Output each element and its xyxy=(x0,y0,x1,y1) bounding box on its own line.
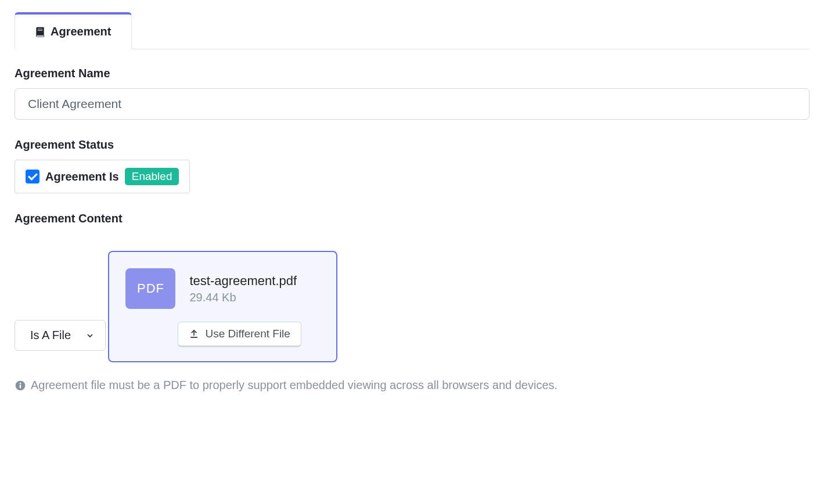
label-agreement-status: Agreement Status xyxy=(15,138,809,152)
file-size: 29.44 Kb xyxy=(189,291,297,304)
info-note: Agreement file must be a PDF to properly… xyxy=(15,379,809,392)
page-container: Agreement Agreement Name Agreement Statu… xyxy=(0,0,824,406)
upload-icon xyxy=(189,329,199,339)
agreement-enabled-checkbox[interactable] xyxy=(26,170,39,183)
file-name: test-agreement.pdf xyxy=(189,273,297,289)
tab-agreement-label: Agreement xyxy=(51,25,111,38)
status-box: Agreement Is Enabled xyxy=(15,160,190,193)
pdf-badge: PDF xyxy=(125,268,175,309)
field-agreement-status: Agreement Status Agreement Is Enabled xyxy=(15,138,809,193)
book-icon xyxy=(34,26,46,38)
chevron-down-icon xyxy=(85,331,95,340)
status-badge: Enabled xyxy=(125,168,179,185)
content-type-select[interactable]: Is A File xyxy=(15,320,106,351)
use-different-file-label: Use Different File xyxy=(205,327,290,340)
field-agreement-content: Agreement Content Is A File PDF test-agr… xyxy=(15,212,809,362)
tab-agreement[interactable]: Agreement xyxy=(15,12,132,49)
file-card: PDF test-agreement.pdf 29.44 Kb Use Diff… xyxy=(108,251,337,362)
svg-rect-4 xyxy=(20,384,21,388)
label-agreement-name: Agreement Name xyxy=(15,67,809,80)
svg-point-3 xyxy=(20,382,21,384)
tabs-bar: Agreement xyxy=(15,12,809,49)
status-checkbox-label: Agreement Is xyxy=(45,170,119,183)
field-agreement-name: Agreement Name xyxy=(15,67,809,120)
use-different-file-button[interactable]: Use Different File xyxy=(178,322,301,347)
agreement-name-input[interactable] xyxy=(15,88,809,120)
info-icon xyxy=(15,380,26,391)
content-type-value: Is A File xyxy=(30,329,71,342)
file-info: test-agreement.pdf 29.44 Kb xyxy=(189,273,297,304)
info-note-text: Agreement file must be a PDF to properly… xyxy=(31,379,557,392)
label-agreement-content: Agreement Content xyxy=(15,212,809,225)
file-actions: Use Different File xyxy=(125,322,301,347)
file-row: PDF test-agreement.pdf 29.44 Kb xyxy=(125,268,301,309)
